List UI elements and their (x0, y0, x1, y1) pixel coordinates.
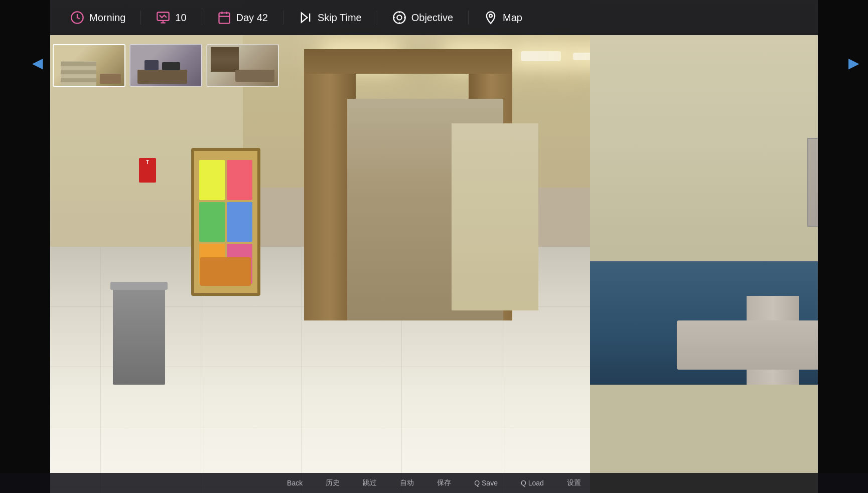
arch-top (304, 49, 512, 74)
thumb-3-shelf (211, 47, 239, 72)
nav-arrow-left[interactable]: ◀ (28, 53, 48, 73)
thumb-3-desk (235, 70, 274, 82)
trash-can (113, 286, 165, 385)
map-icon (484, 11, 498, 25)
thumb-2-monitor (162, 62, 180, 70)
auto-button[interactable]: 自动 (396, 476, 418, 489)
svg-point-11 (397, 15, 401, 20)
nav-day[interactable]: Day 42 (202, 11, 283, 25)
left-arrow-icon: ◀ (32, 55, 43, 71)
thumb-2-chair (144, 60, 159, 70)
right-arrow-icon: ▶ (848, 55, 859, 71)
svg-marker-8 (302, 13, 308, 23)
thumbnail-strip (50, 42, 281, 89)
ceiling-light-3 (521, 51, 561, 61)
thumb-2-desk (137, 70, 187, 84)
clock-icon (70, 11, 84, 25)
history-button[interactable]: 历史 (322, 476, 344, 489)
nav-objective[interactable]: Objective (377, 11, 469, 25)
top-nav: Morning 10 (50, 0, 818, 35)
skip-time-label: Skip Time (318, 12, 362, 24)
day-label: Day 42 (236, 12, 268, 24)
thumbnail-library[interactable] (206, 44, 279, 87)
thumb-1-stairs (61, 61, 96, 86)
calendar-icon (217, 11, 231, 25)
trash-can-lid (110, 282, 168, 290)
nav-score[interactable]: 10 (141, 11, 202, 25)
bulletin-paper-4 (227, 202, 252, 242)
bulletin-paper-3 (199, 202, 225, 242)
nav-skip-time[interactable]: Skip Time (283, 11, 377, 25)
map-label: Map (503, 12, 522, 24)
settings-button[interactable]: 设置 (563, 476, 585, 489)
objective-label: Objective (411, 12, 453, 24)
back-button[interactable]: Back (283, 477, 307, 489)
thumbnail-office[interactable] (129, 44, 202, 87)
time-label: Morning (89, 12, 125, 24)
nav-arrow-right[interactable]: ▶ (844, 53, 864, 73)
nav-time[interactable]: Morning (65, 11, 141, 25)
bulletin-bottom-item (200, 257, 251, 286)
q-load-button[interactable]: Q Load (517, 477, 548, 489)
far-right-opening (452, 123, 538, 311)
bottom-bar: Back 历史 跳过 自动 保存 Q Save Q Load 设置 (0, 473, 868, 493)
svg-point-16 (489, 15, 492, 18)
nav-map[interactable]: Map (469, 11, 537, 25)
bulletin-paper-1 (199, 160, 225, 200)
score-icon (156, 11, 170, 25)
right-border (818, 0, 868, 493)
score-value: 10 (175, 12, 186, 24)
skip-button[interactable]: 跳过 (359, 476, 381, 489)
fire-alarm-label: T (142, 160, 153, 170)
svg-point-10 (393, 12, 405, 23)
save-button[interactable]: 保存 (433, 476, 455, 489)
bulletin-paper-2 (227, 160, 252, 200)
left-border (0, 0, 50, 493)
thumb-1-desk (100, 74, 121, 84)
fire-alarm: T (139, 158, 157, 183)
svg-rect-4 (219, 13, 229, 24)
objective-icon (392, 11, 406, 25)
skip-icon (299, 11, 313, 25)
thumbnail-lobby[interactable] (53, 44, 125, 87)
game-viewport: T Morning (0, 0, 868, 493)
q-save-button[interactable]: Q Save (470, 477, 502, 489)
bulletin-board[interactable] (191, 148, 260, 296)
